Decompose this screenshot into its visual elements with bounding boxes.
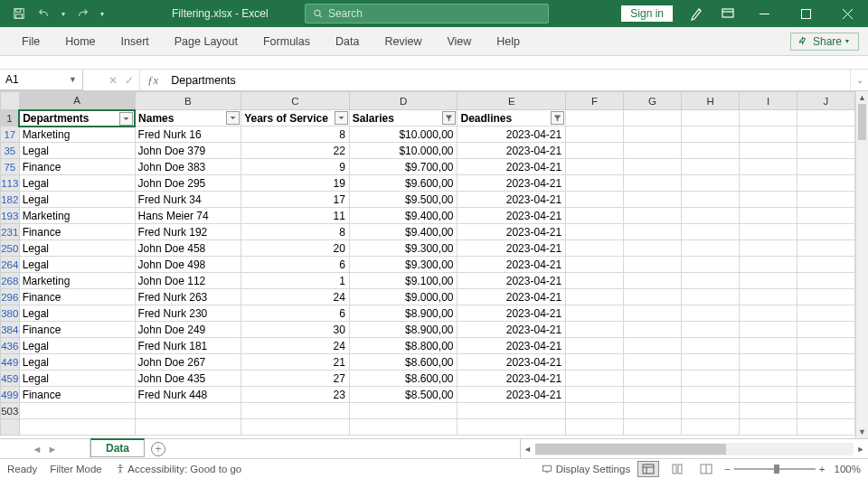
- cell[interactable]: 2023-04-21: [458, 159, 566, 175]
- cell-empty[interactable]: [740, 110, 797, 127]
- cell[interactable]: $8.600,00: [349, 371, 458, 387]
- cell[interactable]: Fred Nurk 181: [135, 338, 241, 354]
- select-all-corner[interactable]: [1, 92, 20, 110]
- cell-empty[interactable]: [797, 143, 854, 159]
- cell[interactable]: Fred Nurk 192: [135, 224, 241, 240]
- cell-empty[interactable]: [682, 143, 740, 159]
- cell[interactable]: 2023-04-21: [458, 240, 566, 257]
- horizontal-scrollbar[interactable]: ◄ ►: [520, 439, 868, 458]
- row-header-182[interactable]: 182: [1, 192, 20, 208]
- cell-empty[interactable]: [566, 403, 624, 419]
- col-header-B[interactable]: B: [135, 92, 241, 110]
- sheet-tab-data[interactable]: Data: [90, 438, 145, 457]
- header-cell-deadlines[interactable]: Deadlines: [458, 110, 566, 127]
- cell[interactable]: John Doe 498: [135, 257, 241, 273]
- cell[interactable]: 8: [241, 127, 350, 143]
- cell-empty[interactable]: [566, 127, 624, 143]
- cell[interactable]: Finance: [19, 159, 135, 175]
- cell-empty[interactable]: [797, 273, 854, 289]
- cell-empty[interactable]: [566, 110, 624, 127]
- row-header-193[interactable]: 193: [1, 208, 20, 224]
- cell-empty[interactable]: [624, 419, 682, 436]
- row-header-231[interactable]: 231: [1, 224, 20, 240]
- cell[interactable]: 11: [241, 208, 350, 224]
- sheet-prev-button[interactable]: ◄: [33, 444, 42, 455]
- cell-empty[interactable]: [797, 240, 854, 257]
- cell-empty[interactable]: [740, 273, 797, 289]
- cell-empty[interactable]: [740, 192, 797, 208]
- cell[interactable]: 2023-04-21: [458, 224, 566, 240]
- cell[interactable]: 30: [241, 322, 350, 338]
- tab-formulas[interactable]: Formulas: [250, 30, 323, 53]
- cell-empty[interactable]: [740, 322, 797, 338]
- cell[interactable]: 27: [241, 371, 350, 387]
- cell-empty[interactable]: [682, 305, 740, 322]
- cell-empty[interactable]: [797, 387, 854, 403]
- cell-empty[interactable]: [566, 338, 624, 354]
- cell-empty[interactable]: [740, 289, 797, 305]
- cell-empty[interactable]: [682, 387, 740, 403]
- cell[interactable]: 19: [241, 175, 350, 192]
- cell[interactable]: Legal: [19, 338, 135, 354]
- cell-empty[interactable]: [566, 159, 624, 175]
- cell-empty[interactable]: [740, 354, 797, 371]
- cell-empty[interactable]: [682, 289, 740, 305]
- cell[interactable]: 2023-04-21: [458, 143, 566, 159]
- cell-empty[interactable]: [740, 208, 797, 224]
- cell[interactable]: Hans Meier 74: [135, 208, 241, 224]
- cell[interactable]: 6: [241, 305, 350, 322]
- ribbon-display-button[interactable]: [712, 0, 743, 27]
- cell[interactable]: $9.700,00: [349, 159, 458, 175]
- cell[interactable]: 17: [241, 192, 350, 208]
- cell[interactable]: $9.000,00: [349, 289, 458, 305]
- cell-empty[interactable]: [566, 419, 624, 436]
- cell-empty[interactable]: [797, 224, 854, 240]
- cell-empty[interactable]: [740, 257, 797, 273]
- cell-empty[interactable]: [566, 143, 624, 159]
- cell-empty[interactable]: [682, 371, 740, 387]
- tab-insert[interactable]: Insert: [108, 30, 162, 53]
- cell[interactable]: John Doe 379: [135, 143, 241, 159]
- cell[interactable]: Legal: [19, 143, 135, 159]
- cell[interactable]: 2023-04-21: [458, 354, 566, 371]
- row-header-1[interactable]: 1: [1, 110, 20, 127]
- cell-empty[interactable]: [19, 403, 135, 419]
- sign-in-button[interactable]: Sign in: [621, 5, 673, 22]
- cell-empty[interactable]: [19, 419, 135, 436]
- cell-empty[interactable]: [682, 224, 740, 240]
- formula-input[interactable]: [165, 70, 850, 90]
- chevron-down-icon[interactable]: ▼: [69, 75, 77, 84]
- cell[interactable]: $10.000,00: [349, 143, 458, 159]
- cell[interactable]: 2023-04-21: [458, 192, 566, 208]
- row-header-380[interactable]: 380: [1, 305, 20, 322]
- cell[interactable]: Legal: [19, 371, 135, 387]
- cell[interactable]: 23: [241, 387, 350, 403]
- cell-empty[interactable]: [349, 419, 458, 436]
- zoom-level[interactable]: 100%: [835, 464, 861, 474]
- row-header-296[interactable]: 296: [1, 289, 20, 305]
- cell[interactable]: $8.900,00: [349, 305, 458, 322]
- cell[interactable]: Fred Nurk 16: [135, 127, 241, 143]
- cell[interactable]: 2023-04-21: [458, 289, 566, 305]
- cell-empty[interactable]: [566, 387, 624, 403]
- cell[interactable]: Marketing: [19, 208, 135, 224]
- cell[interactable]: 24: [241, 289, 350, 305]
- cell[interactable]: Legal: [19, 305, 135, 322]
- cell-empty[interactable]: [797, 354, 854, 371]
- cell[interactable]: $9.100,00: [349, 273, 458, 289]
- cell-empty[interactable]: [624, 110, 682, 127]
- row-header-449[interactable]: 449: [1, 354, 20, 371]
- cell[interactable]: 2023-04-21: [458, 305, 566, 322]
- cell-empty[interactable]: [682, 322, 740, 338]
- header-cell-salaries[interactable]: Salaries: [349, 110, 458, 127]
- cell[interactable]: Finance: [19, 387, 135, 403]
- cell-empty[interactable]: [566, 240, 624, 257]
- row-header-459[interactable]: 459: [1, 371, 20, 387]
- cell-empty[interactable]: [740, 338, 797, 354]
- cell[interactable]: $9.300,00: [349, 257, 458, 273]
- cell-empty[interactable]: [624, 403, 682, 419]
- cell[interactable]: John Doe 112: [135, 273, 241, 289]
- share-button[interactable]: Share ▾: [790, 33, 859, 51]
- row-header-499[interactable]: 499: [1, 387, 20, 403]
- cell[interactable]: 20: [241, 240, 350, 257]
